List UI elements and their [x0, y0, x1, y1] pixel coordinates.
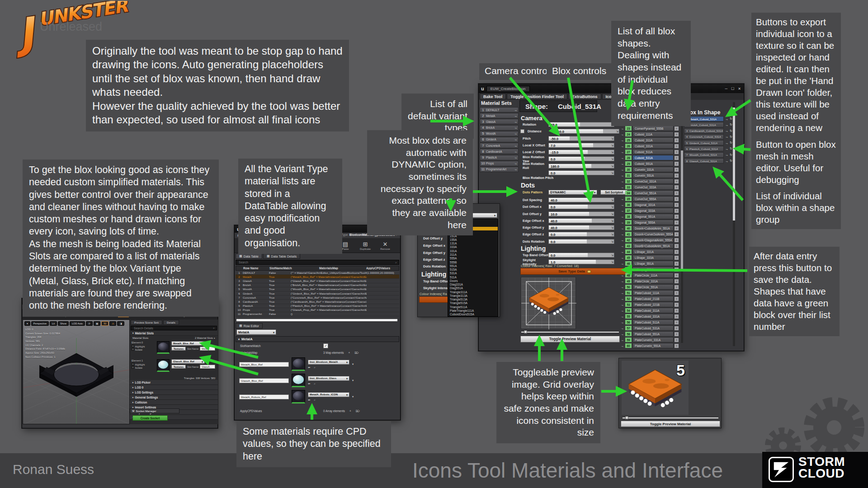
select-arrow-icon[interactable]: → — [621, 180, 624, 183]
select-arrow-icon[interactable]: → — [621, 333, 624, 336]
blox-row[interactable]: 1 MetalA_Cuboid_531A → ↻ — [684, 116, 732, 122]
viewport-button[interactable]: Lit — [50, 321, 57, 326]
dropdown-option[interactable]: 555A — [448, 257, 498, 260]
collapsed-section[interactable]: ▸ LOD Picker — [130, 380, 218, 385]
close-icon[interactable]: ✕ — [738, 87, 741, 91]
export-icon-button[interactable]: → — [725, 141, 728, 145]
textures-button[interactable]: Textures — [171, 347, 186, 351]
material-thumbnail[interactable] — [292, 357, 305, 371]
select-arrow-icon[interactable]: → — [621, 209, 624, 212]
export-icon-button[interactable]: → — [725, 160, 728, 163]
select-arrow-icon[interactable]: → — [621, 268, 624, 271]
expand-entry-icon[interactable]: ▾ — [352, 362, 354, 366]
delete-shape-icon[interactable]: x — [675, 209, 679, 213]
dropdown-option[interactable]: Triangle511A — [448, 305, 498, 309]
delete-shape-icon[interactable]: x — [675, 303, 679, 307]
dropdown-option[interactable]: Diag331A — [448, 283, 498, 286]
select-arrow-icon[interactable]: → — [621, 186, 624, 189]
col-applycpdvalues[interactable]: ApplyCPDValues — [366, 267, 399, 270]
blox-name-box[interactable]: 3 CardboardA_Cuboid_531A — [684, 128, 724, 134]
shape-row[interactable]: → 47 LShape_555A x — [621, 267, 679, 272]
viewport-button[interactable]: ▾ — [24, 321, 30, 326]
table-row[interactable]: 3 GlassA True ("GlassA_Blox_Ref" = Mater… — [236, 279, 399, 283]
value-slider[interactable]: 460.0 ⇲ — [553, 129, 619, 134]
delete-shape-icon[interactable]: x — [675, 291, 679, 295]
value-slider[interactable]: 10.0 ⇲ — [548, 211, 614, 216]
delete-shape-icon[interactable]: x — [675, 132, 679, 136]
open-arrow-icon[interactable]: → — [514, 120, 518, 123]
delete-shape-icon[interactable]: x — [675, 144, 679, 148]
open-mesh-icon[interactable]: ↻ — [730, 135, 732, 139]
material-set-row[interactable]: 3 GlassA → — [480, 119, 519, 124]
open-mesh-icon[interactable]: ↻ — [730, 159, 732, 163]
shape-row[interactable]: → 30 CurveIn_331A x — [621, 167, 679, 172]
browse-icon[interactable]: ⌕ — [314, 382, 316, 385]
table-row[interactable]: 8 CardboardA True ("CardboardA_Blox_Ref"… — [236, 300, 399, 304]
material-thumbnail[interactable] — [292, 390, 305, 404]
export-icon-button[interactable]: → — [725, 135, 728, 138]
viewport-button[interactable]: ⟳ — [86, 321, 93, 326]
select-arrow-icon[interactable]: → — [621, 162, 624, 165]
delete-shape-icon[interactable]: x — [675, 138, 679, 142]
shape-row[interactable]: → 35 CurveOut_555A x — [621, 196, 679, 202]
select-arrow-icon[interactable]: → — [621, 192, 624, 195]
dropdown-option[interactable]: 555B — [448, 260, 498, 264]
use-selected-icon[interactable]: ⬅ — [308, 382, 310, 385]
delete-shape-icon[interactable]: x — [675, 185, 679, 189]
viewport-button[interactable]: Show — [58, 321, 69, 326]
shape-row[interactable]: → 44 LShape_331A x — [621, 249, 679, 254]
shape-row[interactable]: → 57 PlateCuboid_531A x — [621, 325, 679, 331]
shape-row[interactable]: → 56 PlateCuboid_511A x — [621, 319, 679, 325]
blox-row[interactable]: 4 ConcreteA_Cuboid_531A → ↻ — [684, 134, 732, 140]
delete-shape-icon[interactable]: x — [675, 232, 679, 236]
table-row[interactable]: 7 ConcreteA True ("ConcreteA_Blox_Ref" =… — [236, 296, 399, 300]
open-arrow-icon[interactable]: → — [514, 138, 518, 141]
delete-shape-icon[interactable]: x — [675, 244, 679, 248]
save-type-data-button[interactable]: Save Type Data — [520, 268, 629, 275]
delete-shape-icon[interactable]: x — [675, 338, 679, 342]
shape-row[interactable]: → 55 PlateCuboid_331A x — [621, 314, 679, 319]
open-mesh-icon[interactable]: ↻ — [730, 153, 732, 157]
table-row[interactable]: 4 BrickA True ("BrickA_Blox_Ref" = Mater… — [236, 283, 399, 287]
dropdown-option[interactable]: Diag551A — [448, 286, 498, 290]
shape-row[interactable]: → 31 CurveIn_551A x — [621, 173, 679, 178]
create-socket-button[interactable]: Create Socket — [132, 415, 168, 421]
open-mesh-icon[interactable]: ↻ — [730, 129, 732, 133]
shape-row[interactable]: → 37 Diagonal_333A x — [621, 208, 679, 213]
material-set-row[interactable]: 9 PlasticA → — [480, 155, 519, 160]
expand-entry-icon[interactable]: ▾ — [352, 379, 354, 382]
value-slider[interactable]: 0.0 ⇲ — [548, 156, 614, 161]
select-arrow-icon[interactable]: → — [621, 221, 624, 224]
open-arrow-icon[interactable]: → — [514, 150, 518, 153]
delete-elements-icon[interactable]: ⌦ — [354, 351, 359, 355]
delete-shape-icon[interactable]: x — [675, 256, 679, 260]
dots-pattern-dropdown[interactable]: DYNAMIC ▾ — [548, 190, 597, 195]
collapsed-section[interactable]: ▸ Collision — [130, 400, 218, 405]
shape-row[interactable]: → 25 Cuboid_311A x — [621, 137, 679, 143]
open-arrow-icon[interactable]: → — [514, 156, 518, 159]
viewport-button[interactable]: ◨ — [117, 321, 124, 326]
row-editor-tab[interactable]: ▦Row Editor — [236, 323, 263, 328]
shape-row[interactable]: → 38 Diagonal_551A x — [621, 214, 679, 219]
shape-row[interactable]: → 60 PlateCurveIn_551A x — [621, 343, 679, 348]
delete-shape-icon[interactable]: x — [675, 297, 679, 301]
slot-name-field[interactable]: MetalA... — [200, 347, 215, 351]
toggle-preview-material-button[interactable]: Toggle Preview Material — [621, 421, 720, 427]
delete-shape-icon[interactable]: x — [675, 226, 679, 230]
select-arrow-icon[interactable]: → — [621, 321, 624, 324]
delete-shape-icon[interactable]: x — [675, 179, 679, 183]
toolbar-icon-button[interactable]: ⊞ Duplicate — [358, 241, 373, 250]
shape-row[interactable]: → 48 PlateCircle_111A x — [621, 272, 679, 278]
map-key-field[interactable]: MetalA_Robots_Ref — [239, 394, 289, 399]
export-icon-button[interactable]: → — [725, 129, 728, 132]
material-set-row[interactable]: 5 WoodA → — [480, 131, 519, 136]
select-arrow-icon[interactable]: → — [621, 203, 624, 206]
open-arrow-icon[interactable]: → — [514, 114, 518, 117]
shape-row[interactable]: → 39 Diagonal_555A x — [621, 220, 679, 225]
select-arrow-icon[interactable]: → — [621, 286, 624, 289]
table-row[interactable]: 9 PlasticA True ("PlasticA_Blox_Ref" = M… — [236, 304, 399, 308]
select-arrow-icon[interactable]: → — [621, 145, 624, 148]
blox-name-box[interactable]: 4 ConcreteA_Cuboid_531A — [684, 134, 724, 140]
select-arrow-icon[interactable]: → — [621, 215, 624, 218]
blox-row[interactable]: 2 BrickA_Cuboid_531A → ↻ — [684, 122, 732, 127]
